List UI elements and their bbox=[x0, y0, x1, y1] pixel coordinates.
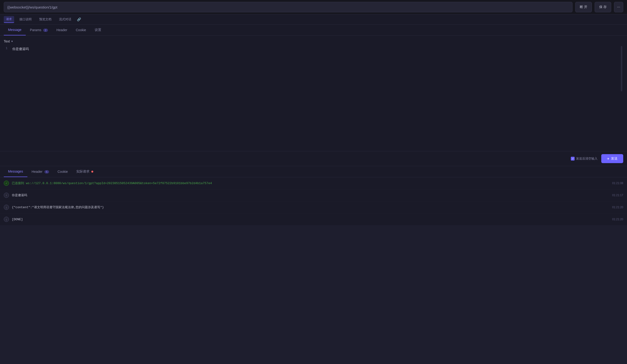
received-icon: ↓ bbox=[4, 217, 9, 222]
send-button[interactable]: ✈ 发送 bbox=[601, 154, 623, 163]
message-content[interactable]: 你是傻逼吗 bbox=[4, 46, 623, 122]
subnav-item-api-doc[interactable]: 接口说明 bbox=[16, 14, 35, 24]
log-text: [DONE] bbox=[12, 218, 609, 221]
msg-tab-actual-request[interactable]: 实际请求 bbox=[72, 166, 98, 177]
sent-icon: ↑ bbox=[4, 193, 9, 198]
msg-tab-messages[interactable]: Messages bbox=[4, 166, 27, 177]
subnav-item-preview[interactable]: 预览文档 bbox=[36, 14, 55, 24]
log-time: 01:21:20 bbox=[612, 206, 623, 209]
link-icon[interactable]: 🔗 bbox=[76, 16, 82, 23]
log-row: ✓ 已连接到 ws://127.0.0.1:8080/ws/question/1… bbox=[0, 177, 627, 189]
messages-panel: Messages Header 5 Cookie 实际请求 ✓ 已连接到 ws:… bbox=[0, 166, 627, 225]
text-type-selector[interactable]: Text ▾ bbox=[4, 39, 623, 43]
connected-icon: ✓ bbox=[4, 181, 9, 186]
tab-message[interactable]: Message bbox=[4, 25, 26, 35]
text-type-dropdown-icon[interactable]: ▾ bbox=[11, 40, 13, 43]
received-icon: ↓ bbox=[4, 205, 9, 210]
sub-nav: 请求 接口说明 预览文档 流式对话 🔗 bbox=[0, 14, 627, 25]
tab-cookie[interactable]: Cookie bbox=[71, 25, 90, 35]
tab-params[interactable]: Params 2 bbox=[26, 25, 52, 35]
log-time: 01:21:17 bbox=[612, 194, 623, 197]
send-icon: ✈ bbox=[607, 157, 610, 160]
log-row: ↑ 你是傻逼吗 01:21:17 bbox=[0, 189, 627, 201]
log-text: 已连接到 ws://127.0.0.1:8080/ws/question/1/g… bbox=[12, 181, 609, 185]
subnav-item-request[interactable]: 请求 bbox=[4, 16, 14, 23]
message-panel: Text ▾ 1 你是傻逼吗 bbox=[0, 36, 627, 151]
log-text: 你是傻逼吗 bbox=[12, 193, 609, 197]
log-time: 01:21:20 bbox=[612, 218, 623, 221]
subnav-item-flow-dialog[interactable]: 流式对话 bbox=[56, 14, 75, 24]
vertical-scrollbar[interactable] bbox=[621, 46, 622, 91]
msg-tab-header[interactable]: Header 5 bbox=[27, 166, 53, 177]
send-bar: ✓ 发送后清空输入 ✈ 发送 bbox=[0, 151, 627, 166]
header-badge: 5 bbox=[44, 170, 49, 173]
log-row: ↓ {"content":"请文明用语遵守国家法规法律,您的问题涉及谩骂"} 0… bbox=[0, 201, 627, 213]
log-row: ↓ [DONE] 01:21:20 bbox=[0, 213, 627, 225]
log-text: {"content":"请文明用语遵守国家法规法律,您的问题涉及谩骂"} bbox=[12, 205, 609, 209]
line-number: 1 bbox=[4, 46, 9, 51]
msg-tab-cookie[interactable]: Cookie bbox=[53, 166, 72, 177]
save-button[interactable]: 保 存 bbox=[595, 2, 611, 12]
tab-settings[interactable]: 设置 bbox=[90, 25, 105, 35]
top-bar: 断 开 保 存 ··· bbox=[0, 0, 627, 14]
params-badge: 2 bbox=[43, 29, 48, 32]
log-time: 01:21:08 bbox=[612, 182, 623, 185]
checkbox-icon: ✓ bbox=[571, 157, 575, 160]
actual-request-dot bbox=[91, 171, 93, 173]
tab-header[interactable]: Header bbox=[52, 25, 71, 35]
clear-after-send[interactable]: ✓ 发送后清空输入 bbox=[571, 156, 597, 161]
text-type-label: Text bbox=[4, 39, 10, 43]
main-tabs: Message Params 2 Header Cookie 设置 bbox=[0, 25, 627, 36]
clear-after-send-label: 发送后清空输入 bbox=[576, 156, 597, 161]
editor-area: 1 你是傻逼吗 bbox=[4, 46, 623, 122]
disconnect-button[interactable]: 断 开 bbox=[575, 2, 592, 12]
message-log: ✓ 已连接到 ws://127.0.0.1:8080/ws/question/1… bbox=[0, 177, 627, 225]
more-button[interactable]: ··· bbox=[614, 2, 623, 12]
messages-tabs: Messages Header 5 Cookie 实际请求 bbox=[0, 166, 627, 177]
url-input[interactable] bbox=[4, 2, 573, 12]
